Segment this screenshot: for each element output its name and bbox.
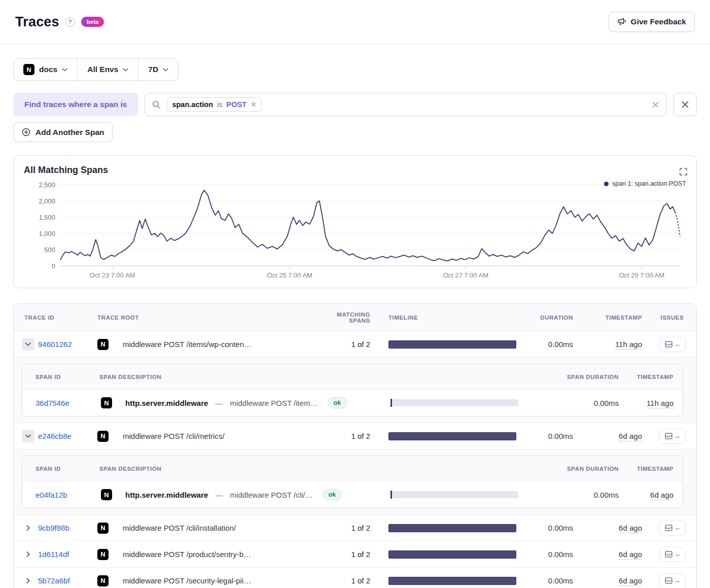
trace-root-description: middleware POST /items/wp-conten… — [123, 340, 252, 349]
traces-table-header: TRACE ID TRACE ROOT MATCHING SPANS TIMEL… — [14, 304, 696, 331]
svg-text:500: 500 — [44, 246, 55, 254]
trace-timestamp: 6d ago — [585, 524, 642, 532]
matching-spans-count: 1 of 2 — [314, 432, 370, 440]
spans-subtable-header: SPAN IDSPAN DESCRIPTIONSPAN DURATIONTIME… — [22, 364, 683, 390]
span-status-badge: ok — [328, 397, 347, 408]
column-header-span-id: SPAN ID — [30, 374, 95, 380]
trace-duration: 0.00ms — [516, 550, 573, 559]
date-range-label: 7D — [148, 65, 158, 74]
svg-text:0: 0 — [52, 262, 55, 270]
issues-count: – — [676, 550, 680, 559]
span-row: e04fa12bNhttp.server.middleware—middlewa… — [22, 481, 683, 508]
timestamp-value[interactable]: 6d ago — [619, 524, 642, 533]
beta-badge: beta — [81, 17, 104, 27]
span-id-link[interactable]: e04fa12b — [30, 491, 95, 499]
issues-button[interactable]: – — [659, 337, 686, 352]
project-selector[interactable]: N docs — [14, 59, 77, 80]
issues-button[interactable]: – — [659, 573, 686, 588]
separator: — — [215, 491, 223, 499]
timestamp-value[interactable]: 11h ago — [647, 399, 673, 408]
timestamp-value[interactable]: 6d ago — [619, 550, 642, 560]
trace-root-description: middleware POST /cli/installation/ — [123, 524, 236, 532]
column-header-timestamp: TIMESTAMP — [585, 315, 642, 321]
issues-cell: – — [655, 429, 689, 444]
trace-id-link[interactable]: 9cb9f88b — [38, 524, 94, 532]
expanded-spans-section: SPAN IDSPAN DESCRIPTIONSPAN DURATIONTIME… — [14, 449, 696, 515]
trace-id-link[interactable]: 94601262 — [38, 340, 94, 349]
issues-icon — [665, 577, 672, 584]
filter-token[interactable]: span.action is POST ✕ — [167, 97, 261, 112]
spans-line-chart[interactable]: 05001,0001,5002,0002,500Oct 23 7:00 AMOc… — [24, 180, 686, 281]
add-another-span-button[interactable]: Add Another Span — [13, 122, 113, 142]
issues-cell: – — [655, 337, 689, 352]
find-traces-label: Find traces where a span is — [13, 93, 138, 116]
collapse-trace-icon[interactable] — [22, 338, 34, 351]
trace-root-description: middleware POST /cli/metrics/ — [123, 432, 225, 440]
span-position-marker — [390, 491, 392, 499]
timeline-bar[interactable] — [388, 432, 516, 440]
issues-icon — [665, 341, 672, 348]
trace-row: 94601262Nmiddleware POST /items/wp-conte… — [14, 331, 696, 358]
timestamp-value[interactable]: 6d ago — [619, 432, 642, 441]
give-feedback-button[interactable]: Give Feedback — [609, 12, 695, 32]
legend-dot-icon — [604, 182, 609, 186]
span-description: middleware POST /cli/… — [230, 491, 312, 499]
timestamp-value[interactable]: 6d ago — [619, 576, 642, 586]
span-operation: http.server.middleware — [125, 399, 208, 407]
timeline-bar[interactable] — [388, 550, 516, 559]
trace-id-link[interactable]: e246cb8e — [38, 432, 94, 440]
expand-trace-icon[interactable] — [22, 522, 34, 534]
remove-span-filter-button[interactable] — [673, 93, 697, 116]
add-another-span-label: Add Another Span — [36, 128, 104, 137]
span-id-link[interactable]: 36d7546e — [30, 399, 95, 407]
legend-label: span 1: span.action:POST — [612, 180, 686, 187]
trace-id-link[interactable]: 5b72a6bf — [38, 576, 94, 585]
trace-id-link[interactable]: 1d6114df — [38, 550, 94, 559]
span-search-input[interactable]: span.action is POST ✕ — [145, 93, 667, 116]
remove-token-icon[interactable]: ✕ — [251, 101, 257, 108]
span-timeline-bar[interactable] — [390, 491, 518, 498]
environment-selector[interactable]: All Envs — [77, 59, 138, 80]
timeline-cell — [388, 550, 516, 559]
timeline-bar[interactable] — [388, 524, 516, 532]
span-timestamp: 11h ago — [631, 399, 673, 407]
timestamp-value[interactable]: 11h ago — [615, 340, 642, 350]
nextjs-icon: N — [101, 489, 112, 500]
issues-cell: – — [655, 573, 689, 588]
column-header-span-duration: SPAN DURATION — [518, 374, 619, 380]
collapse-trace-icon[interactable] — [22, 430, 34, 442]
trace-row: e246cb8eNmiddleware POST /cli/metrics/1 … — [14, 423, 696, 449]
token-key: span.action — [172, 100, 213, 109]
span-status-badge: ok — [323, 489, 342, 500]
matching-spans-count: 1 of 2 — [314, 524, 370, 532]
column-header-duration: DURATION — [516, 315, 573, 321]
timeline-bar[interactable] — [388, 340, 516, 349]
issues-button[interactable]: – — [659, 429, 686, 444]
trace-duration: 0.00ms — [516, 524, 573, 532]
expand-trace-icon[interactable] — [22, 574, 34, 587]
span-timeline-cell — [390, 399, 518, 406]
trace-root-cell: Nmiddleware POST /security-legal-pii… — [94, 575, 314, 586]
issues-icon — [665, 525, 672, 531]
span-timeline-bar[interactable] — [390, 399, 518, 406]
clear-search-icon[interactable] — [652, 101, 659, 109]
trace-row: 9cb9f88bNmiddleware POST /cli/installati… — [14, 515, 696, 541]
trace-rows: 94601262Nmiddleware POST /items/wp-conte… — [14, 331, 696, 588]
svg-text:Oct 25 7:00 AM: Oct 25 7:00 AM — [267, 271, 312, 279]
issues-count: – — [676, 524, 680, 532]
issues-count: – — [676, 577, 680, 585]
timeline-cell — [388, 340, 516, 349]
expand-trace-icon[interactable] — [22, 548, 34, 561]
nextjs-icon: N — [97, 575, 109, 586]
timestamp-value[interactable]: 6d ago — [650, 491, 673, 500]
timeline-bar[interactable] — [388, 577, 516, 585]
fullscreen-expand-icon[interactable] — [680, 168, 687, 176]
issues-button[interactable]: – — [659, 547, 686, 562]
issues-count: – — [676, 432, 680, 440]
help-icon[interactable]: ? — [65, 17, 75, 27]
date-range-selector[interactable]: 7D — [138, 59, 178, 80]
chart-legend: span 1: span.action:POST — [604, 180, 686, 187]
trace-timestamp: 6d ago — [585, 550, 642, 559]
span-timeline-cell — [390, 491, 518, 498]
issues-button[interactable]: – — [659, 521, 686, 536]
